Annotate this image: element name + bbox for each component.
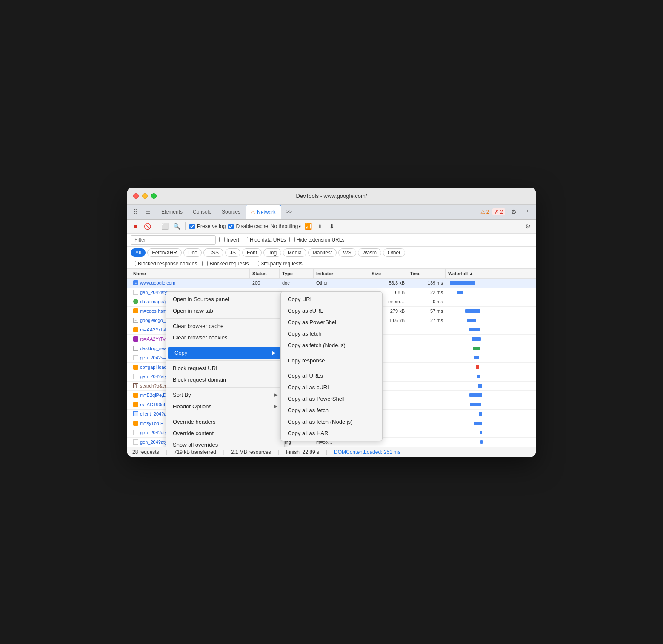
filter-wasm[interactable]: Wasm bbox=[358, 248, 382, 257]
menu-show-overrides[interactable]: Show all overrides bbox=[166, 439, 284, 447]
device-icon[interactable]: ▭ bbox=[143, 207, 153, 217]
submenu-copy-url[interactable]: Copy URL bbox=[281, 294, 382, 305]
filter-input[interactable] bbox=[131, 235, 216, 245]
invert-checkbox[interactable] bbox=[219, 237, 225, 242]
blocked-requests-text: Blocked requests bbox=[209, 261, 249, 267]
col-waterfall[interactable]: Waterfall ▲ bbox=[446, 269, 532, 278]
hide-data-urls-text: Hide data URLs bbox=[250, 237, 286, 243]
col-name[interactable]: Name bbox=[131, 269, 250, 278]
hide-data-urls-label[interactable]: Hide data URLs bbox=[243, 237, 286, 243]
hide-ext-urls-label[interactable]: Hide extension URLs bbox=[289, 237, 345, 243]
filter-ws[interactable]: WS bbox=[338, 248, 356, 257]
filter-manifest[interactable]: Manifest bbox=[308, 248, 337, 257]
upload-icon[interactable]: ⬆ bbox=[315, 222, 325, 231]
record-button[interactable]: ⏺ bbox=[131, 222, 140, 231]
network-settings-icon[interactable]: ⚙ bbox=[523, 222, 532, 231]
network-warning-icon: ⚠ bbox=[251, 209, 255, 215]
filter-img[interactable]: Img bbox=[263, 248, 281, 257]
col-type[interactable]: Type bbox=[280, 269, 314, 278]
menu-header-options-label: Header Options bbox=[173, 403, 211, 410]
menu-separator-1 bbox=[166, 318, 284, 319]
disable-cache-checkbox[interactable] bbox=[228, 224, 234, 229]
invert-text: Invert bbox=[226, 237, 239, 243]
menu-copy[interactable]: Copy ▶ bbox=[168, 347, 283, 359]
hide-data-urls-checkbox[interactable] bbox=[243, 237, 248, 242]
tab-network[interactable]: ⚠ Network bbox=[246, 205, 281, 219]
blocked-requests-checkbox[interactable] bbox=[202, 261, 208, 266]
menu-header-options[interactable]: Header Options ▶ bbox=[166, 401, 284, 412]
clear-button[interactable]: 🚫 bbox=[143, 222, 152, 231]
wifi-icon[interactable]: 📶 bbox=[303, 222, 313, 231]
filter-js[interactable]: JS bbox=[225, 248, 240, 257]
filter-media[interactable]: Media bbox=[283, 248, 306, 257]
col-time[interactable]: Time bbox=[407, 269, 446, 278]
tab-icons: ⠿ ▭ bbox=[131, 207, 153, 217]
submenu-copy-fetch-nodejs[interactable]: Copy as fetch (Node.js) bbox=[281, 339, 382, 351]
disable-cache-label[interactable]: Disable cache bbox=[228, 223, 268, 229]
submenu-copy-all-urls[interactable]: Copy all URLs bbox=[281, 370, 382, 382]
filter-doc[interactable]: Doc bbox=[183, 248, 202, 257]
close-button[interactable] bbox=[133, 193, 139, 199]
status-bar: 28 requests | 719 kB transferred | 2.1 M… bbox=[127, 447, 536, 457]
submenu-copy-curl[interactable]: Copy as cURL bbox=[281, 305, 382, 316]
menu-sort-by[interactable]: Sort By ▶ bbox=[166, 389, 284, 401]
submenu-copy-all-curl[interactable]: Copy all as cURL bbox=[281, 382, 382, 393]
filter-fetch-xhr[interactable]: Fetch/XHR bbox=[147, 248, 182, 257]
traffic-lights bbox=[133, 193, 157, 199]
filter-css[interactable]: CSS bbox=[203, 248, 223, 257]
submenu-copy-response[interactable]: Copy response bbox=[281, 355, 382, 366]
menu-clear-cache[interactable]: Clear browser cache bbox=[166, 320, 284, 332]
menu-clear-cookies[interactable]: Clear browser cookies bbox=[166, 332, 284, 343]
menu-override-headers[interactable]: Override headers bbox=[166, 416, 284, 427]
col-status[interactable]: Status bbox=[250, 269, 280, 278]
throttle-arrow: ▾ bbox=[299, 224, 301, 229]
blocked-requests-label[interactable]: Blocked requests bbox=[202, 261, 249, 267]
third-party-checkbox[interactable] bbox=[254, 261, 259, 266]
tab-more[interactable]: >> bbox=[281, 205, 297, 219]
submenu-copy-all-fetch-nodejs[interactable]: Copy all as fetch (Node.js) bbox=[281, 416, 382, 427]
submenu-copy-fetch[interactable]: Copy as fetch bbox=[281, 328, 382, 339]
preserve-log-checkbox[interactable] bbox=[189, 224, 195, 229]
tab-sources[interactable]: Sources bbox=[217, 205, 246, 219]
menu-open-new-tab[interactable]: Open in new tab bbox=[166, 305, 284, 316]
settings-icon[interactable]: ⚙ bbox=[509, 207, 519, 217]
filter-other[interactable]: Other bbox=[383, 248, 405, 257]
filter-all[interactable]: All bbox=[131, 248, 146, 257]
maximize-button[interactable] bbox=[151, 193, 157, 199]
tab-elements[interactable]: Elements bbox=[156, 205, 188, 219]
hide-ext-urls-checkbox[interactable] bbox=[289, 237, 295, 242]
sep-3: | bbox=[278, 449, 279, 455]
filter-font[interactable]: Font bbox=[242, 248, 262, 257]
invert-label[interactable]: Invert bbox=[219, 237, 239, 243]
menu-block-domain[interactable]: Block request domain bbox=[166, 374, 284, 385]
toolbar-separator-1 bbox=[156, 222, 156, 230]
col-size[interactable]: Size bbox=[369, 269, 407, 278]
cursor-icon[interactable]: ⠿ bbox=[131, 207, 141, 217]
hide-ext-urls-text: Hide extension URLs bbox=[297, 237, 345, 243]
warning-badge: ⚠ 2 bbox=[480, 209, 489, 215]
search-button[interactable]: 🔍 bbox=[172, 222, 181, 231]
more-options-icon[interactable]: ⋮ bbox=[522, 207, 532, 217]
menu-override-content[interactable]: Override content bbox=[166, 427, 284, 439]
submenu-separator-2 bbox=[281, 368, 382, 368]
chevron-right-icon: ▶ bbox=[272, 350, 276, 356]
minimize-button[interactable] bbox=[142, 193, 148, 199]
more-filters: Blocked response cookies Blocked request… bbox=[127, 259, 536, 269]
context-menu: Open in Sources panel Open in new tab Cl… bbox=[166, 291, 285, 447]
type-filters: All Fetch/XHR Doc CSS JS Font Img Media … bbox=[127, 247, 536, 259]
blocked-cookies-checkbox[interactable] bbox=[131, 261, 136, 266]
submenu-copy-all-powershell[interactable]: Copy all as PowerShell bbox=[281, 393, 382, 405]
submenu-copy-powershell[interactable]: Copy as PowerShell bbox=[281, 316, 382, 328]
submenu-copy-all-har[interactable]: Copy all as HAR bbox=[281, 427, 382, 439]
submenu-copy-all-fetch[interactable]: Copy all as fetch bbox=[281, 405, 382, 416]
menu-open-in-sources[interactable]: Open in Sources panel bbox=[166, 294, 284, 305]
download-icon[interactable]: ⬇ bbox=[327, 222, 337, 231]
sep-2: | bbox=[223, 449, 224, 455]
preserve-log-label[interactable]: Preserve log bbox=[189, 223, 226, 229]
menu-block-url[interactable]: Block request URL bbox=[166, 362, 284, 374]
tab-console[interactable]: Console bbox=[188, 205, 217, 219]
blocked-cookies-label[interactable]: Blocked response cookies bbox=[131, 261, 197, 267]
third-party-label[interactable]: 3rd-party requests bbox=[254, 261, 302, 267]
col-initiator[interactable]: Initiator bbox=[314, 269, 369, 278]
filter-toggle-button[interactable]: ⬜ bbox=[160, 222, 169, 231]
